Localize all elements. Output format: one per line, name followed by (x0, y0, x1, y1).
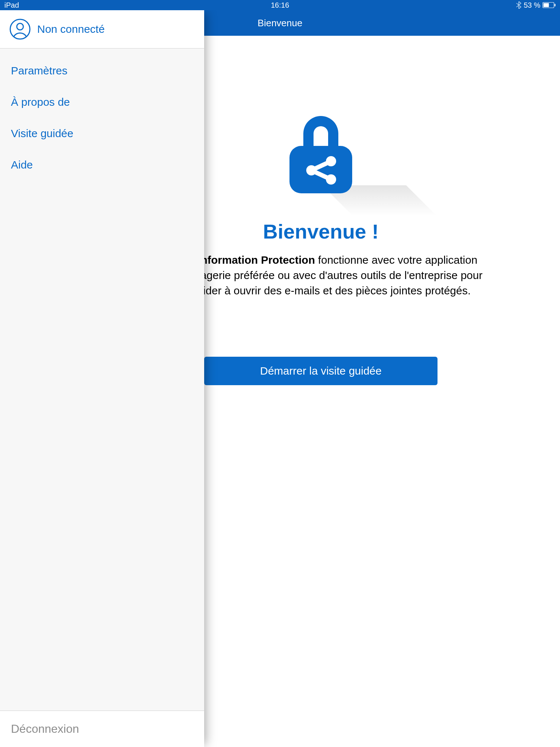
sidebar-footer: Déconnexion (0, 711, 204, 747)
sidebar-item-label: Aide (11, 159, 33, 171)
user-avatar-icon (9, 19, 31, 40)
user-status-label: Non connecté (37, 23, 105, 35)
start-tour-button-label: Démarrer la visite guidée (260, 365, 381, 377)
sidebar-item-label: À propos de (11, 96, 70, 108)
sidebar-item-label: Visite guidée (11, 127, 73, 139)
bluetooth-icon (516, 1, 521, 9)
sidebar-item-about[interactable]: À propos de (0, 86, 204, 118)
start-tour-button[interactable]: Démarrer la visite guidée (204, 357, 438, 385)
svg-rect-2 (555, 4, 556, 7)
welcome-description: Azure Information Protection fonctionne … (157, 252, 485, 298)
battery-icon (542, 2, 556, 8)
sidebar-drawer: Non connecté Paramètres À propos de Visi… (0, 10, 204, 747)
page-title: Bienvenue (258, 18, 303, 29)
sidebar-item-help[interactable]: Aide (0, 149, 204, 181)
welcome-heading: Bienvenue ! (157, 220, 485, 243)
sidebar-item-label: Paramètres (11, 65, 67, 77)
ios-status-bar: iPad 16:16 53 % (0, 0, 560, 10)
battery-percent: 53 % (524, 1, 540, 9)
sidebar-item-settings[interactable]: Paramètres (0, 55, 204, 86)
svg-point-6 (10, 19, 30, 39)
sidebar-menu: Paramètres À propos de Visite guidée Aid… (0, 49, 204, 711)
sidebar-item-tour[interactable]: Visite guidée (0, 118, 204, 149)
device-name: iPad (4, 1, 19, 9)
lock-share-icon (289, 116, 352, 193)
logout-button[interactable]: Déconnexion (11, 722, 79, 736)
status-time: 16:16 (271, 1, 289, 9)
svg-rect-1 (544, 3, 549, 7)
svg-point-7 (17, 23, 23, 30)
sidebar-header[interactable]: Non connecté (0, 10, 204, 49)
